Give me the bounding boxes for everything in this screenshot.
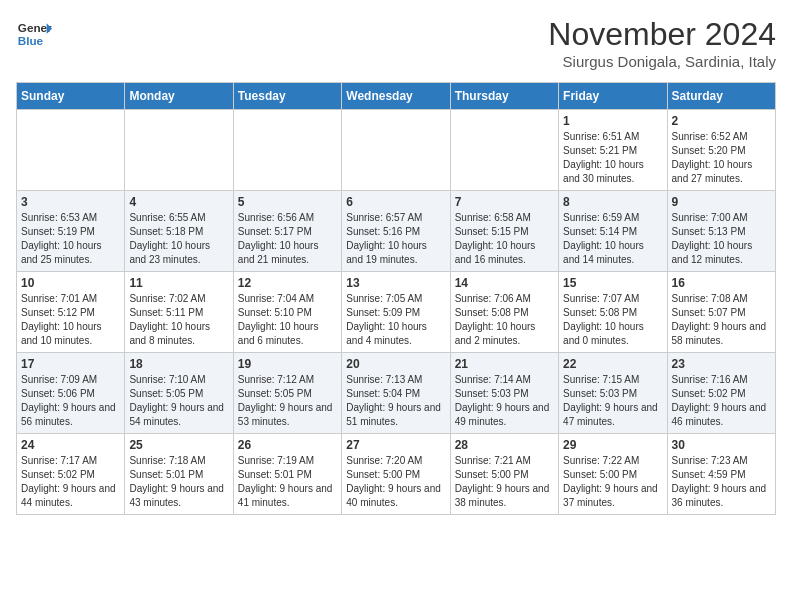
day-info: Sunrise: 7:16 AM Sunset: 5:02 PM Dayligh…	[672, 373, 771, 429]
day-info: Sunrise: 7:01 AM Sunset: 5:12 PM Dayligh…	[21, 292, 120, 348]
day-of-week-header: Saturday	[667, 83, 775, 110]
day-info: Sunrise: 7:22 AM Sunset: 5:00 PM Dayligh…	[563, 454, 662, 510]
calendar-cell: 9Sunrise: 7:00 AM Sunset: 5:13 PM Daylig…	[667, 191, 775, 272]
logo-icon: General Blue	[16, 16, 52, 52]
day-number: 26	[238, 438, 337, 452]
day-info: Sunrise: 7:20 AM Sunset: 5:00 PM Dayligh…	[346, 454, 445, 510]
day-info: Sunrise: 7:15 AM Sunset: 5:03 PM Dayligh…	[563, 373, 662, 429]
calendar-cell: 10Sunrise: 7:01 AM Sunset: 5:12 PM Dayli…	[17, 272, 125, 353]
page-header: General Blue November 2024 Siurgus Donig…	[16, 16, 776, 70]
day-number: 3	[21, 195, 120, 209]
day-number: 11	[129, 276, 228, 290]
day-of-week-header: Friday	[559, 83, 667, 110]
calendar-cell: 7Sunrise: 6:58 AM Sunset: 5:15 PM Daylig…	[450, 191, 558, 272]
calendar-cell: 20Sunrise: 7:13 AM Sunset: 5:04 PM Dayli…	[342, 353, 450, 434]
calendar-cell: 4Sunrise: 6:55 AM Sunset: 5:18 PM Daylig…	[125, 191, 233, 272]
day-number: 6	[346, 195, 445, 209]
day-info: Sunrise: 7:10 AM Sunset: 5:05 PM Dayligh…	[129, 373, 228, 429]
calendar-header: SundayMondayTuesdayWednesdayThursdayFrid…	[17, 83, 776, 110]
day-number: 25	[129, 438, 228, 452]
day-info: Sunrise: 7:08 AM Sunset: 5:07 PM Dayligh…	[672, 292, 771, 348]
calendar-cell: 2Sunrise: 6:52 AM Sunset: 5:20 PM Daylig…	[667, 110, 775, 191]
day-info: Sunrise: 6:56 AM Sunset: 5:17 PM Dayligh…	[238, 211, 337, 267]
calendar-cell: 8Sunrise: 6:59 AM Sunset: 5:14 PM Daylig…	[559, 191, 667, 272]
calendar-cell: 3Sunrise: 6:53 AM Sunset: 5:19 PM Daylig…	[17, 191, 125, 272]
day-info: Sunrise: 7:19 AM Sunset: 5:01 PM Dayligh…	[238, 454, 337, 510]
day-number: 19	[238, 357, 337, 371]
day-of-week-header: Sunday	[17, 83, 125, 110]
calendar-cell: 25Sunrise: 7:18 AM Sunset: 5:01 PM Dayli…	[125, 434, 233, 515]
calendar-cell: 29Sunrise: 7:22 AM Sunset: 5:00 PM Dayli…	[559, 434, 667, 515]
day-number: 20	[346, 357, 445, 371]
day-info: Sunrise: 7:13 AM Sunset: 5:04 PM Dayligh…	[346, 373, 445, 429]
calendar-cell: 11Sunrise: 7:02 AM Sunset: 5:11 PM Dayli…	[125, 272, 233, 353]
day-number: 23	[672, 357, 771, 371]
day-number: 13	[346, 276, 445, 290]
calendar-week-row: 1Sunrise: 6:51 AM Sunset: 5:21 PM Daylig…	[17, 110, 776, 191]
day-number: 10	[21, 276, 120, 290]
day-info: Sunrise: 7:09 AM Sunset: 5:06 PM Dayligh…	[21, 373, 120, 429]
day-number: 2	[672, 114, 771, 128]
day-number: 16	[672, 276, 771, 290]
calendar-body: 1Sunrise: 6:51 AM Sunset: 5:21 PM Daylig…	[17, 110, 776, 515]
title-area: November 2024 Siurgus Donigala, Sardinia…	[548, 16, 776, 70]
calendar-cell: 6Sunrise: 6:57 AM Sunset: 5:16 PM Daylig…	[342, 191, 450, 272]
day-of-week-header: Wednesday	[342, 83, 450, 110]
day-info: Sunrise: 6:58 AM Sunset: 5:15 PM Dayligh…	[455, 211, 554, 267]
day-info: Sunrise: 6:52 AM Sunset: 5:20 PM Dayligh…	[672, 130, 771, 186]
calendar-cell	[125, 110, 233, 191]
day-number: 4	[129, 195, 228, 209]
day-number: 21	[455, 357, 554, 371]
day-number: 28	[455, 438, 554, 452]
calendar-cell: 14Sunrise: 7:06 AM Sunset: 5:08 PM Dayli…	[450, 272, 558, 353]
month-title: November 2024	[548, 16, 776, 53]
day-info: Sunrise: 7:12 AM Sunset: 5:05 PM Dayligh…	[238, 373, 337, 429]
calendar-cell: 24Sunrise: 7:17 AM Sunset: 5:02 PM Dayli…	[17, 434, 125, 515]
day-number: 9	[672, 195, 771, 209]
day-of-week-header: Thursday	[450, 83, 558, 110]
calendar-cell: 30Sunrise: 7:23 AM Sunset: 4:59 PM Dayli…	[667, 434, 775, 515]
header-row: SundayMondayTuesdayWednesdayThursdayFrid…	[17, 83, 776, 110]
day-info: Sunrise: 6:57 AM Sunset: 5:16 PM Dayligh…	[346, 211, 445, 267]
calendar-week-row: 3Sunrise: 6:53 AM Sunset: 5:19 PM Daylig…	[17, 191, 776, 272]
day-number: 12	[238, 276, 337, 290]
day-info: Sunrise: 7:17 AM Sunset: 5:02 PM Dayligh…	[21, 454, 120, 510]
day-number: 17	[21, 357, 120, 371]
calendar-cell: 12Sunrise: 7:04 AM Sunset: 5:10 PM Dayli…	[233, 272, 341, 353]
calendar-cell: 21Sunrise: 7:14 AM Sunset: 5:03 PM Dayli…	[450, 353, 558, 434]
calendar-cell: 19Sunrise: 7:12 AM Sunset: 5:05 PM Dayli…	[233, 353, 341, 434]
location: Siurgus Donigala, Sardinia, Italy	[548, 53, 776, 70]
calendar-cell: 15Sunrise: 7:07 AM Sunset: 5:08 PM Dayli…	[559, 272, 667, 353]
day-info: Sunrise: 7:23 AM Sunset: 4:59 PM Dayligh…	[672, 454, 771, 510]
day-info: Sunrise: 7:05 AM Sunset: 5:09 PM Dayligh…	[346, 292, 445, 348]
calendar-cell: 23Sunrise: 7:16 AM Sunset: 5:02 PM Dayli…	[667, 353, 775, 434]
calendar-cell: 22Sunrise: 7:15 AM Sunset: 5:03 PM Dayli…	[559, 353, 667, 434]
day-info: Sunrise: 7:07 AM Sunset: 5:08 PM Dayligh…	[563, 292, 662, 348]
calendar-cell	[450, 110, 558, 191]
calendar-cell: 28Sunrise: 7:21 AM Sunset: 5:00 PM Dayli…	[450, 434, 558, 515]
day-number: 30	[672, 438, 771, 452]
day-info: Sunrise: 6:59 AM Sunset: 5:14 PM Dayligh…	[563, 211, 662, 267]
calendar-cell: 16Sunrise: 7:08 AM Sunset: 5:07 PM Dayli…	[667, 272, 775, 353]
logo: General Blue	[16, 16, 52, 52]
day-info: Sunrise: 7:04 AM Sunset: 5:10 PM Dayligh…	[238, 292, 337, 348]
calendar-week-row: 24Sunrise: 7:17 AM Sunset: 5:02 PM Dayli…	[17, 434, 776, 515]
day-info: Sunrise: 7:00 AM Sunset: 5:13 PM Dayligh…	[672, 211, 771, 267]
day-number: 27	[346, 438, 445, 452]
day-info: Sunrise: 7:06 AM Sunset: 5:08 PM Dayligh…	[455, 292, 554, 348]
day-number: 15	[563, 276, 662, 290]
day-info: Sunrise: 7:21 AM Sunset: 5:00 PM Dayligh…	[455, 454, 554, 510]
day-info: Sunrise: 7:02 AM Sunset: 5:11 PM Dayligh…	[129, 292, 228, 348]
calendar-cell: 26Sunrise: 7:19 AM Sunset: 5:01 PM Dayli…	[233, 434, 341, 515]
day-info: Sunrise: 6:53 AM Sunset: 5:19 PM Dayligh…	[21, 211, 120, 267]
day-number: 24	[21, 438, 120, 452]
calendar-table: SundayMondayTuesdayWednesdayThursdayFrid…	[16, 82, 776, 515]
calendar-cell: 17Sunrise: 7:09 AM Sunset: 5:06 PM Dayli…	[17, 353, 125, 434]
calendar-week-row: 10Sunrise: 7:01 AM Sunset: 5:12 PM Dayli…	[17, 272, 776, 353]
day-info: Sunrise: 7:14 AM Sunset: 5:03 PM Dayligh…	[455, 373, 554, 429]
day-info: Sunrise: 6:51 AM Sunset: 5:21 PM Dayligh…	[563, 130, 662, 186]
calendar-cell	[233, 110, 341, 191]
day-of-week-header: Tuesday	[233, 83, 341, 110]
day-number: 22	[563, 357, 662, 371]
day-number: 1	[563, 114, 662, 128]
